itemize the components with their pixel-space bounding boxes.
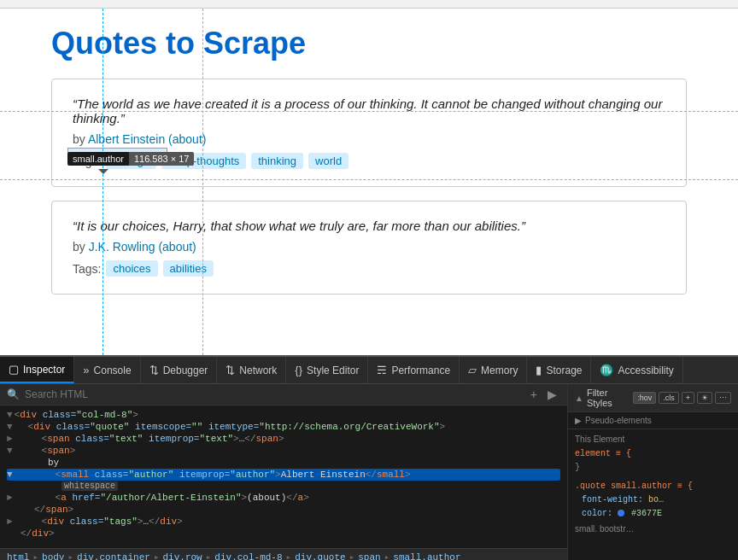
css-font-weight-prop: font-weight: [582,495,643,505]
tree-line-2: ▼ <div class="quote" itemscope="" itemty… [7,421,560,433]
breadcrumb-body[interactable]: body [42,552,64,561]
tab-storage[interactable]: ▮ Storage [527,357,591,383]
tab-memory[interactable]: ▱ Memory [460,357,527,383]
pseudo-triangle: ▶ [575,416,582,425]
tab-style-editor[interactable]: {} Style Editor [286,357,368,383]
pseudo-elements-toggle[interactable]: ▶ Pseudo-elements [575,416,731,425]
add-style-button[interactable]: + [682,392,694,404]
this-element-title: This Element [575,435,731,444]
tab-debugger[interactable]: ⇅ Debugger [141,357,218,383]
styles-header: ▲ Filter Styles :hov .cls + ☀ ⋯ [568,384,738,412]
breadcrumb-container[interactable]: div.container [77,552,150,561]
tooltip-size: 116.583 × 17 [129,152,195,166]
styles-actions: :hov .cls + ☀ ⋯ [633,392,731,404]
tree-toggle-4[interactable]: ▼ [7,446,13,456]
bootstrap-label: bootstr… [600,524,635,534]
tree-line-highlighted[interactable]: ▼ <small class="author" itemprop="author… [7,469,560,481]
tree-line-tags-div: ► <div class="tags">…</div> [7,516,560,528]
breadcrumb-bar: html ▸ body ▸ div.container ▸ div.row ▸ … [0,548,567,560]
search-actions: + ▶ [527,388,560,401]
tab-network[interactable]: ⇅ Network [217,357,286,383]
breadcrumb-html[interactable]: html [7,552,29,561]
more-button[interactable]: ⋯ [715,392,731,404]
performance-icon: ☴ [377,364,387,376]
console-icon: » [83,364,89,376]
tree-toggle-tags[interactable]: ► [7,516,13,527]
about-link-2[interactable]: (about) [158,240,196,254]
cls-button[interactable]: .cls [659,392,679,404]
pick-element-button[interactable]: ▶ [544,388,560,401]
styles-panel: ▲ Filter Styles :hov .cls + ☀ ⋯ ▶ Pseudo… [567,384,738,560]
storage-icon: ▮ [536,364,542,376]
search-html-input[interactable] [25,388,522,400]
quote-author-line-2: by J.K. Rowling (about) [73,240,665,254]
tree-line-3: ► <span class="text" itemprop="text">…</… [7,433,560,445]
debugger-icon: ⇅ [149,364,159,376]
tab-accessibility[interactable]: ♏ Accessibility [591,357,682,383]
tag-thinking[interactable]: thinking [251,153,303,169]
tree-toggle-small[interactable]: ▼ [7,470,13,480]
new-node-button[interactable]: + [527,388,541,401]
author-link-1[interactable]: Albert Einstein [88,132,165,146]
filter-icon: ▲ [575,394,583,403]
small-bootstrap-label: small. bootstr… [575,524,731,534]
tab-inspector[interactable]: ▢ Inspector [0,357,74,383]
css-quote-selector: .quote small.author ≡ { [575,481,693,491]
filter-label: Filter Styles [587,388,633,408]
page-inner: Quotes to Scrape “The world as we have c… [0,9,738,325]
css-rule-element: element ≡ { } [575,447,731,475]
tab-performance[interactable]: ☴ Performance [368,357,460,383]
by-label-2: by [73,240,89,254]
element-tooltip: small.author 116.583 × 17 [67,152,194,166]
tab-debugger-label: Debugger [163,365,208,376]
css-color-val: #3677E [631,509,662,518]
styles-filter: ▲ Filter Styles [575,388,633,408]
breadcrumb-small-author[interactable]: small.author [393,552,460,561]
devtools-content: 🔍 + ▶ ▼ <div class="col-md-8"> ▼ <div cl… [0,384,738,560]
color-swatch[interactable] [618,510,624,516]
accessibility-icon: ♏ [600,364,613,376]
tab-performance-label: Performance [391,365,450,376]
tag-abilities[interactable]: abilities [163,260,214,277]
author-link-2[interactable]: J.K. Rowling [89,240,155,254]
tree-line-1: ▼ <div class="col-md-8"> [7,409,560,421]
devtools-tab-bar: ▢ Inspector » Console ⇅ Debugger ⇅ Netwo… [0,357,738,384]
tag-world[interactable]: world [308,153,348,169]
html-panel: 🔍 + ▶ ▼ <div class="col-md-8"> ▼ <div cl… [0,384,567,560]
breadcrumb-row[interactable]: div.row [163,552,202,561]
search-icon: 🔍 [7,388,20,400]
tree-toggle-3[interactable]: ► [7,434,13,444]
about-link-1[interactable]: (about) [168,132,206,146]
tab-accessibility-label: Accessibility [618,365,673,376]
tab-style-editor-label: Style Editor [307,365,359,376]
small-label: small. [575,524,597,534]
breadcrumb-col[interactable]: div.col-md-8 [214,552,282,561]
css-close-brace: } [575,463,580,472]
tag-choices[interactable]: choices [106,260,157,277]
breadcrumb-span[interactable]: span [358,552,380,561]
tooltip-label: small.author [67,152,129,166]
quote-box-1: “The world as we have created it is a pr… [51,79,687,187]
memory-icon: ▱ [468,364,477,376]
browser-top-bar [0,0,738,9]
tree-line-a: ► <a href="/author/Albert-Einstein">(abo… [7,492,560,504]
css-selector: element ≡ { [575,449,631,458]
tree-toggle-1[interactable]: ▼ [7,410,13,420]
page-content-area: Quotes to Scrape “The world as we have c… [0,9,738,355]
tree-line-5: by [7,457,560,469]
breadcrumb-quote[interactable]: div.quote [295,552,345,561]
this-element-section: This Element element ≡ { } .quote small.… [568,429,738,539]
tree-toggle-2[interactable]: ▼ [7,422,13,432]
tab-console[interactable]: » Console [74,357,140,383]
network-icon: ⇅ [226,364,235,376]
search-bar: 🔍 + ▶ [0,384,567,405]
tab-memory-label: Memory [481,365,518,376]
inspector-icon: ▢ [9,363,19,376]
pseudo-section: ▶ Pseudo-elements [568,412,738,429]
tree-toggle-a[interactable]: ► [7,493,13,503]
tree-line-close-span: </span> [7,504,560,516]
tags-line-2: Tags: choices abilities [73,260,665,277]
hov-button[interactable]: :hov [633,392,656,404]
color-scheme-button[interactable]: ☀ [697,392,712,404]
tab-network-label: Network [239,365,277,376]
